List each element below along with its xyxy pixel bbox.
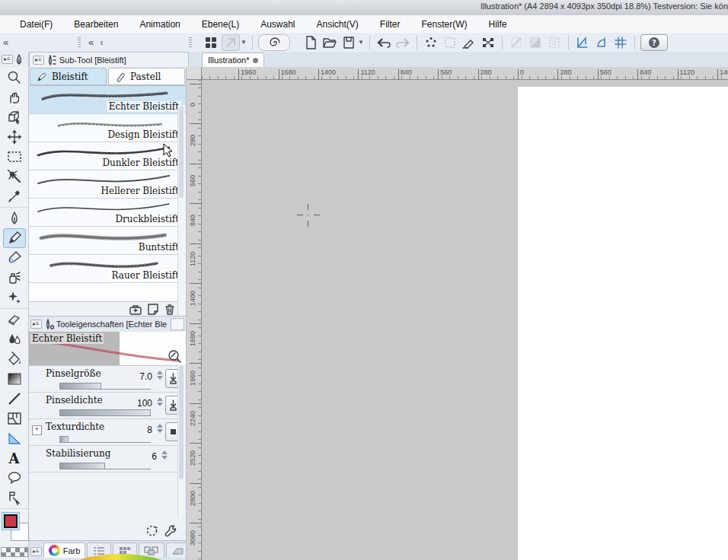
preview-magnifier-icon[interactable] — [168, 349, 181, 363]
tab-bleistift[interactable]: Bleistift — [30, 68, 107, 85]
text-tool[interactable]: A — [3, 448, 26, 468]
tool-properties-header[interactable]: ▸≡ Tooleigenschaften [Echter Ble — [29, 317, 186, 332]
slider-track[interactable] — [59, 383, 151, 390]
menu-item[interactable]: Datei(F) — [9, 17, 63, 32]
fill-tool[interactable] — [3, 349, 26, 369]
create-subtool-icon[interactable] — [148, 304, 158, 315]
tab-approximate-color[interactable] — [166, 542, 187, 558]
panel-menu-icon[interactable]: ▸≡ — [33, 56, 44, 65]
panel-menu-icon[interactable]: ▸≡ — [30, 320, 42, 329]
slider-value[interactable]: 6 — [152, 451, 157, 462]
collapse-arrow-icon[interactable]: ‹ — [100, 37, 103, 47]
redo-icon[interactable] — [394, 35, 411, 50]
collapse-left-icon[interactable]: « — [88, 37, 94, 47]
workspace-grid-icon[interactable] — [203, 35, 219, 50]
panel-grip[interactable] — [78, 37, 81, 48]
dropdown-arrow-icon[interactable]: ▼ — [358, 39, 364, 46]
erase-selection-icon[interactable] — [461, 35, 477, 50]
menu-item[interactable]: Ebene(L) — [191, 17, 250, 32]
value-spinner[interactable] — [157, 424, 163, 433]
gradient-tool[interactable] — [3, 369, 26, 389]
menu-item[interactable]: Hilfe — [478, 17, 518, 32]
quick-access-icon[interactable] — [222, 34, 240, 51]
transform-selection-icon[interactable] — [480, 35, 497, 50]
brush-row[interactable]: Hellerer Bleistift — [29, 170, 186, 199]
hand-tool[interactable] — [3, 88, 26, 107]
transparent-color-swatch[interactable] — [1, 547, 28, 557]
brush-tool[interactable] — [3, 248, 26, 268]
eyedropper-tool[interactable] — [3, 186, 26, 206]
panel-menu-icon[interactable]: ▸≡ — [30, 547, 42, 556]
menu-item[interactable]: Ansicht(V) — [306, 17, 369, 32]
expand-plus-icon[interactable]: + — [32, 425, 42, 435]
new-file-icon[interactable] — [302, 35, 319, 50]
layer-mask-icon[interactable] — [527, 35, 544, 50]
slider-track[interactable] — [59, 409, 151, 416]
help-button[interactable]: ? — [640, 34, 668, 51]
subtool-panel-header[interactable]: ▸≡ Sub-Tool [Bleistift] — [29, 52, 189, 67]
menu-item[interactable]: Filter — [369, 17, 411, 32]
frame-border-tool[interactable] — [3, 409, 26, 428]
menu-item[interactable]: Auswahl — [250, 17, 305, 32]
open-file-icon[interactable] — [321, 35, 338, 50]
panel-menu-icon[interactable]: ▸≡ — [2, 55, 13, 64]
decoration-tool[interactable] — [3, 288, 26, 307]
copy-subtool-icon[interactable] — [129, 304, 142, 315]
menu-item[interactable]: Bearbeiten — [63, 17, 129, 32]
document-tab[interactable]: Illustration* — [202, 52, 264, 67]
dropdown-arrow-icon[interactable]: ▼ — [241, 39, 247, 46]
balloon-tool[interactable] — [3, 468, 26, 488]
zoom-tool[interactable] — [3, 68, 26, 88]
foreground-color-swatch[interactable] — [2, 512, 20, 530]
slider-track[interactable] — [59, 436, 151, 443]
brush-row[interactable]: Buntstift — [29, 227, 186, 255]
figure-tool[interactable] — [3, 389, 26, 409]
value-spinner[interactable] — [161, 450, 168, 460]
slider-value[interactable]: 7.0 — [139, 371, 152, 382]
value-spinner[interactable] — [157, 397, 163, 406]
pen-tool[interactable] — [3, 208, 26, 228]
reselect-icon[interactable] — [442, 35, 458, 50]
ruler-tool[interactable] — [3, 428, 26, 448]
clip-studio-icon[interactable] — [258, 34, 290, 51]
save-file-icon[interactable] — [340, 35, 357, 50]
snap-to-grid-icon[interactable] — [612, 35, 629, 50]
auto-select-tool[interactable] — [3, 167, 26, 186]
eraser-tool[interactable] — [3, 310, 26, 329]
airbrush-tool[interactable] — [3, 268, 26, 288]
settings-wrench-icon[interactable] — [164, 524, 177, 537]
slider-value[interactable]: 8 — [147, 425, 152, 435]
ruler-visibility-icon[interactable] — [508, 35, 525, 50]
selection-area-icon[interactable] — [546, 35, 563, 50]
properties-scrollbar[interactable] — [177, 365, 185, 517]
snap-to-ruler-icon[interactable] — [574, 35, 591, 50]
subtool-detail-icon[interactable] — [171, 318, 184, 330]
delete-subtool-icon[interactable] — [164, 304, 175, 315]
brush-row[interactable]: Echter Bleistift — [29, 86, 186, 114]
pencil-tool[interactable] — [3, 228, 26, 248]
selection-tool[interactable] — [3, 147, 26, 167]
correct-line-tool[interactable] — [3, 488, 26, 508]
tab-color-wheel[interactable]: Farb — [43, 542, 86, 558]
subtool-scrollbar[interactable] — [177, 105, 185, 320]
collapse-left-icon[interactable]: « — [3, 37, 8, 47]
menu-item[interactable]: Animation — [129, 17, 190, 32]
move-tool[interactable] — [3, 127, 26, 147]
snap-to-special-ruler-icon[interactable] — [593, 35, 610, 50]
brush-row[interactable]: Druckbleistift — [29, 199, 186, 227]
canvas-area[interactable]: 1960168014001120840560280028056084011201… — [202, 67, 728, 560]
deselect-icon[interactable] — [423, 35, 439, 50]
tab-pastell[interactable]: Pastell — [108, 68, 185, 85]
operation-tool[interactable] — [3, 107, 26, 127]
menu-item[interactable]: Fenster(W) — [411, 17, 478, 32]
blend-tool[interactable] — [3, 329, 26, 349]
slider-track[interactable] — [59, 463, 151, 469]
panel-grip[interactable] — [189, 37, 192, 48]
reset-defaults-icon[interactable] — [145, 524, 158, 537]
brush-row[interactable]: Rauer Bleistift — [29, 255, 186, 283]
slider-value[interactable]: 100 — [137, 398, 152, 409]
document-page[interactable] — [518, 87, 728, 560]
brush-row[interactable]: Design Bleistift — [29, 114, 186, 142]
undo-icon[interactable] — [375, 35, 392, 50]
value-spinner[interactable] — [157, 371, 163, 380]
